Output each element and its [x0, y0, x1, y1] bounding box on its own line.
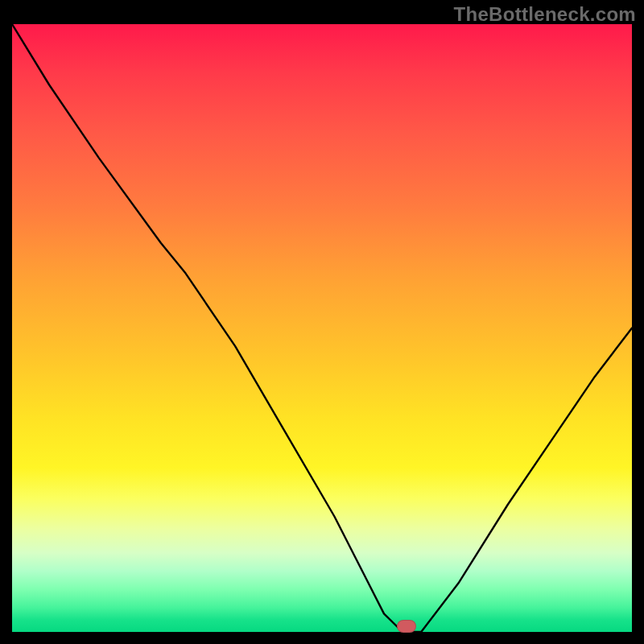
chart-container: TheBottleneck.com	[0, 0, 644, 644]
watermark-text: TheBottleneck.com	[454, 3, 636, 26]
optimal-point-marker	[397, 620, 416, 633]
bottleneck-curve	[12, 24, 632, 632]
plot-area	[12, 24, 632, 632]
